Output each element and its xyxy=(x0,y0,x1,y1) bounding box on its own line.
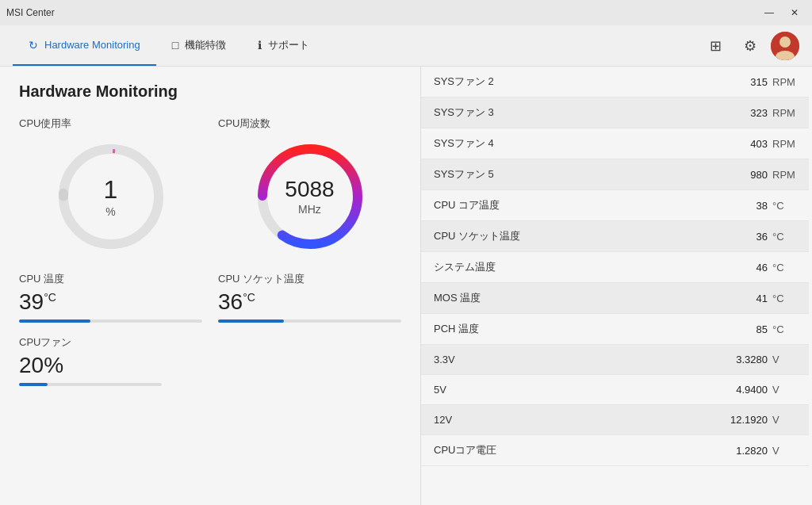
monitor-value: 38 xyxy=(720,200,768,212)
page-title: Hardware Monitoring xyxy=(19,82,401,101)
cpu-temp-value: 39°C xyxy=(19,289,202,315)
monitor-name: SYSファン 3 xyxy=(434,105,494,120)
monitor-row: 12V 12.1920 V xyxy=(421,405,809,435)
cpu-temp-bar xyxy=(19,319,202,323)
monitor-row: CPU コア温度 38 °C xyxy=(421,190,809,221)
cpu-socket-temp-label: CPU ソケット温度 xyxy=(218,272,401,286)
monitor-value: 315 xyxy=(720,76,768,88)
monitor-name: MOS 温度 xyxy=(434,291,481,305)
monitor-name: 3.3V xyxy=(434,354,455,365)
nav-tabs: ↻ Hardware Monitoring □ 機能特徴 ℹ サポート xyxy=(13,25,325,66)
monitor-row: 3.3V 3.3280 V xyxy=(421,345,809,375)
monitor-unit: V xyxy=(772,384,796,396)
monitor-value: 980 xyxy=(720,169,768,181)
tab-hardware-monitoring-label: Hardware Monitoring xyxy=(44,39,140,51)
cpu-temp-card: CPU 温度 39°C xyxy=(19,272,202,323)
monitor-name: 12V xyxy=(434,414,452,426)
content-area: Hardware Monitoring CPU使用率 xyxy=(0,67,812,505)
cpu-freq-number: 5088 xyxy=(285,177,334,202)
cpu-freq-unit: MHz xyxy=(298,203,321,216)
monitor-value-group: 315 RPM xyxy=(720,76,796,88)
monitor-name: SYSファン 5 xyxy=(434,167,494,182)
top-metrics: CPU使用率 1 xyxy=(19,117,401,256)
monitor-value: 41 xyxy=(720,293,768,304)
cpu-fan-card: CPUファン 20% xyxy=(19,335,401,386)
nav-bar: ↻ Hardware Monitoring □ 機能特徴 ℹ サポート ⊞ ⚙ xyxy=(0,25,812,67)
cpu-usage-unit: % xyxy=(105,205,115,218)
cpu-usage-value: 1 % xyxy=(104,175,118,219)
nav-actions: ⊞ ⚙ xyxy=(701,32,799,60)
cpu-socket-temp-bar xyxy=(218,319,401,323)
cpu-socket-temp-bar-fill xyxy=(218,319,284,323)
gear-icon: ⚙ xyxy=(744,37,756,55)
monitor-value: 46 xyxy=(720,262,768,274)
monitor-value: 36 xyxy=(720,231,768,243)
monitor-name: SYSファン 2 xyxy=(434,75,494,89)
window-title: MSI Center xyxy=(6,7,55,18)
minimize-button[interactable]: — xyxy=(758,5,780,21)
tab-features-label: 機能特徴 xyxy=(185,38,226,52)
monitor-value-group: 1.2820 V xyxy=(720,445,796,457)
monitor-value-group: 980 RPM xyxy=(720,169,796,181)
right-panel: SYSファン 2 315 RPM SYSファン 3 323 RPM SYSファン… xyxy=(420,67,812,505)
cpu-freq-gauge-container: 5088 MHz xyxy=(218,137,401,256)
monitor-row: SYSファン 2 315 RPM xyxy=(421,67,809,98)
cpu-freq-value: 5088 MHz xyxy=(285,177,334,216)
monitor-value: 3.3280 xyxy=(720,354,768,365)
monitor-row: CPUコア電圧 1.2820 V xyxy=(421,435,809,466)
monitor-unit: V xyxy=(772,445,796,457)
monitor-name: CPUコア電圧 xyxy=(434,443,496,457)
monitor-unit: °C xyxy=(772,200,796,212)
monitor-unit: V xyxy=(772,414,796,426)
close-button[interactable]: ✕ xyxy=(783,5,806,21)
monitor-name: SYSファン 4 xyxy=(434,136,494,151)
cpu-fan-value: 20% xyxy=(19,353,401,378)
avatar[interactable] xyxy=(771,32,799,60)
cpu-usage-gauge: 1 % xyxy=(52,137,170,256)
support-icon: ℹ xyxy=(258,39,262,52)
monitor-unit: °C xyxy=(772,323,796,335)
cpu-freq-card: CPU周波数 xyxy=(218,117,401,256)
monitor-value-group: 12.1920 V xyxy=(720,414,796,426)
monitor-name: 5V xyxy=(434,384,446,396)
cpu-temp-label: CPU 温度 xyxy=(19,272,202,286)
monitor-value-group: 46 °C xyxy=(720,262,796,274)
monitor-value-group: 4.9400 V xyxy=(720,384,796,396)
bottom-metrics: CPU 温度 39°C CPU ソケット温度 36°C xyxy=(19,272,401,323)
cpu-fan-bar xyxy=(19,383,162,386)
cpu-fan-unit: % xyxy=(44,353,63,377)
window-controls: — ✕ xyxy=(758,5,806,21)
monitor-name: PCH 温度 xyxy=(434,322,479,336)
monitor-unit: °C xyxy=(772,293,796,304)
cpu-temp-bar-fill xyxy=(19,319,90,323)
monitor-value: 403 xyxy=(720,138,768,150)
monitor-row: システム温度 46 °C xyxy=(421,252,809,283)
left-panel: Hardware Monitoring CPU使用率 xyxy=(0,67,420,505)
settings-button[interactable]: ⚙ xyxy=(736,32,764,60)
grid-icon: ⊞ xyxy=(710,37,722,55)
monitor-row: PCH 温度 85 °C xyxy=(421,314,809,345)
monitor-unit: °C xyxy=(772,231,796,243)
monitor-row: CPU ソケット温度 36 °C xyxy=(421,221,809,252)
cpu-temp-unit: °C xyxy=(44,291,56,304)
monitor-name: CPU コア温度 xyxy=(434,198,500,212)
svg-point-1 xyxy=(779,36,791,48)
monitor-value: 1.2820 xyxy=(720,445,768,457)
monitor-name: システム温度 xyxy=(434,260,496,274)
cpu-socket-temp-unit: °C xyxy=(243,291,255,304)
monitor-value-group: 38 °C xyxy=(720,200,796,212)
monitor-name: CPU ソケット温度 xyxy=(434,229,520,243)
monitor-value-group: 323 RPM xyxy=(720,107,796,119)
monitor-row: SYSファン 5 980 RPM xyxy=(421,159,809,190)
tab-hardware-monitoring[interactable]: ↻ Hardware Monitoring xyxy=(13,25,156,66)
cpu-socket-temp-value: 36°C xyxy=(218,289,401,315)
monitor-value-group: 41 °C xyxy=(720,293,796,304)
grid-button[interactable]: ⊞ xyxy=(701,32,730,60)
tab-features[interactable]: □ 機能特徴 xyxy=(156,25,242,66)
monitor-unit: RPM xyxy=(772,107,796,119)
tab-support[interactable]: ℹ サポート xyxy=(242,25,325,66)
monitor-unit: °C xyxy=(772,262,796,274)
cpu-fan-bar-fill xyxy=(19,383,48,386)
cpu-freq-label: CPU周波数 xyxy=(218,117,270,131)
tab-support-label: サポート xyxy=(268,38,309,52)
